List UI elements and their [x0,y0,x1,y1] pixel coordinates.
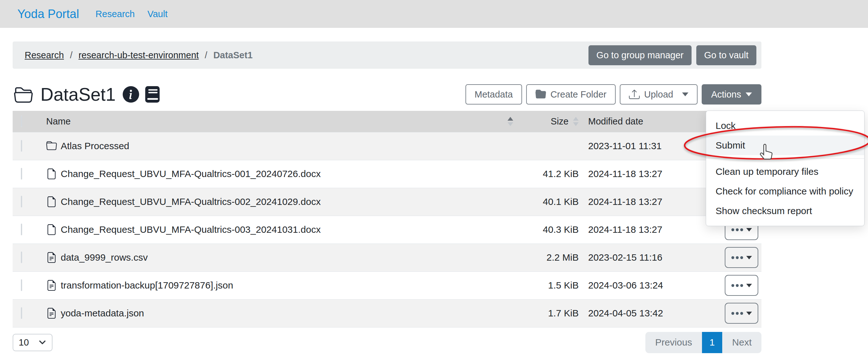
row-modified-date: 2023-02-15 11:16 [584,244,694,272]
row-name[interactable]: data_9999_rows.csv [61,252,148,263]
breadcrumb-group[interactable]: research-ub-test-environment [79,50,198,60]
row-name[interactable]: transformation-backup[1709727876].json [61,280,233,291]
page-size-select[interactable]: 10 [13,334,53,351]
column-header-size[interactable]: Size [551,116,568,127]
folder-icon [46,141,57,151]
row-name[interactable]: Change_Request_UBVU_MFA-Qualtrics-001_20… [61,168,321,179]
row-size: 41.2 KiB [522,160,584,188]
breadcrumb: Research / research-ub-test-environment … [25,50,253,60]
row-modified-date: 2024-11-18 13:27 [584,216,694,244]
row-actions-menu-button[interactable] [725,275,758,296]
row-checkbox[interactable] [21,168,22,179]
metadata-button[interactable]: Metadata [465,84,522,105]
menu-item-submit[interactable]: Submit [706,136,864,155]
row-size: 2.2 MiB [522,244,584,272]
upload-button-label: Upload [644,89,673,100]
create-folder-button[interactable]: Create Folder [526,84,616,105]
open-folder-icon [13,85,34,104]
breadcrumb-bar: Research / research-ub-test-environment … [13,41,762,69]
table-row[interactable]: data_9999_rows.csv 2.2 MiB 2023-02-15 11… [13,244,762,272]
chevron-down-icon [682,92,688,96]
row-size [522,132,584,160]
row-actions-menu-button[interactable] [725,247,758,268]
row-name[interactable]: yoda-metadata.json [61,308,144,318]
file-text-icon [46,280,57,291]
page-size-value: 10 [19,337,29,348]
table-row[interactable]: Atlas Processed 2023-11-01 11:31 [13,132,762,160]
menu-item-clean-up-temporary-files[interactable]: Clean up temporary files [706,162,864,182]
breadcrumb-research[interactable]: Research [25,50,64,60]
breadcrumb-separator: / [70,50,72,60]
nav-link-vault[interactable]: Vault [147,9,167,19]
row-modified-date: 2024-03-06 13:24 [584,272,694,299]
pagination-next[interactable]: Next [722,332,762,353]
ellipsis-icon [732,312,743,315]
ellipsis-icon [732,284,743,287]
file-text-icon [46,308,57,318]
ellipsis-icon [732,228,743,231]
info-circle-icon[interactable] [123,86,139,103]
file-icon [46,224,57,235]
page-title: DataSet1 [40,84,116,105]
brand-yoda-portal[interactable]: Yoda Portal [18,7,79,21]
row-checkbox[interactable] [21,307,22,319]
nav-link-research[interactable]: Research [95,9,135,19]
sort-icon-name[interactable] [507,117,513,126]
file-text-icon [46,252,57,263]
upload-button[interactable]: Upload [620,84,698,105]
column-header-modified[interactable]: Modified date [584,111,694,132]
chevron-down-icon [746,256,752,259]
top-navbar: Yoda Portal Research Vault [0,0,868,28]
toolbar: Metadata Create Folder Upload Actions [465,84,762,105]
menu-item-check-for-compliance-with-policy[interactable]: Check for compliance with policy [706,182,864,201]
chevron-down-icon [746,92,752,96]
file-icon [46,168,57,179]
actions-button[interactable]: Actions [702,84,762,105]
row-name[interactable]: Atlas Processed [61,141,129,151]
row-size: 1.5 KiB [522,272,584,299]
table-row[interactable]: transformation-backup[1709727876].json 1… [13,272,762,299]
row-name[interactable]: Change_Request_UBVU_MFA-Qualtrics-003_20… [61,224,321,235]
go-to-group-manager-button[interactable]: Go to group manager [588,45,691,65]
menu-divider [706,158,864,159]
ellipsis-icon [732,256,743,259]
table-row[interactable]: Change_Request_UBVU_MFA-Qualtrics-002_20… [13,188,762,216]
pagination: Previous 1 Next [645,332,762,353]
chevron-down-icon [746,284,752,287]
table-row[interactable]: Change_Request_UBVU_MFA-Qualtrics-003_20… [13,216,762,244]
menu-item-show-checksum-report[interactable]: Show checksum report [706,201,864,221]
metadata-book-icon[interactable] [144,86,161,103]
row-size: 40.3 KiB [522,216,584,244]
column-header-name[interactable]: Name [46,116,70,127]
row-size: 40.1 KiB [522,188,584,216]
sort-icon-size[interactable] [573,117,579,126]
go-to-vault-button[interactable]: Go to vault [696,45,756,65]
create-folder-button-label: Create Folder [551,89,607,100]
actions-dropdown-menu: LockSubmitClean up temporary filesCheck … [706,111,865,226]
row-checkbox[interactable] [21,224,22,235]
table-row[interactable]: Change_Request_UBVU_MFA-Qualtrics-001_20… [13,160,762,188]
row-checkbox[interactable] [21,196,22,207]
row-modified-date: 2024-04-05 13:42 [584,299,694,327]
row-checkbox[interactable] [21,140,22,152]
chevron-down-icon [746,312,752,315]
upload-icon [629,89,640,100]
file-table: Name Size Modified date [13,111,762,328]
menu-item-lock[interactable]: Lock [706,116,864,136]
row-modified-date: 2024-11-18 13:27 [584,160,694,188]
row-checkbox[interactable] [21,251,22,263]
pagination-previous[interactable]: Previous [645,332,702,353]
row-modified-date: 2024-11-18 13:27 [584,188,694,216]
select-all-checkbox[interactable] [21,116,22,127]
row-size: 1.7 KiB [522,299,584,327]
actions-button-label: Actions [711,89,741,100]
row-checkbox[interactable] [21,279,22,291]
row-actions-menu-button[interactable] [725,303,758,324]
page-title-group: DataSet1 [13,84,161,105]
chevron-down-icon [38,338,46,346]
row-name[interactable]: Change_Request_UBVU_MFA-Qualtrics-002_20… [61,196,321,207]
table-row[interactable]: yoda-metadata.json 1.7 KiB 2024-04-05 13… [13,299,762,327]
metadata-button-label: Metadata [475,89,513,100]
pagination-current-page[interactable]: 1 [702,332,722,353]
table-header-row: Name Size Modified date [13,111,762,132]
